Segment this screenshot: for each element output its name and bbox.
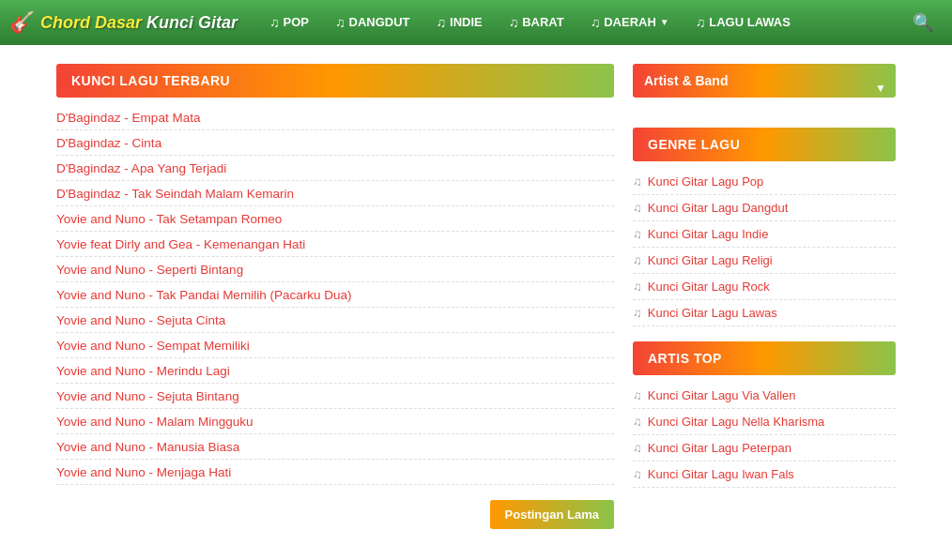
artist-select-wrapper: Artist & BandYovie and NunoD'BagindazVia…: [633, 64, 896, 113]
genre-link[interactable]: Kunci Gitar Lagu Pop: [648, 174, 764, 189]
note-icon: ♫: [633, 388, 642, 402]
note-icon: ♫: [633, 253, 642, 267]
song-link[interactable]: Yovie and Nuno - Tak Pandai Memilih (Pac…: [56, 288, 351, 302]
artist-band-select[interactable]: Artist & BandYovie and NunoD'BagindazVia…: [633, 64, 896, 98]
list-item: D'Bagindaz - Cinta: [56, 130, 614, 156]
nav-barat-label: BARAT: [522, 0, 564, 45]
chevron-down-icon: ▼: [660, 0, 669, 45]
list-item: Yovie and Nuno - Sejuta Cinta: [56, 308, 614, 333]
song-list: D'Bagindaz - Empat MataD'Bagindaz - Cint…: [56, 105, 614, 485]
artis-section: ARTIS TOP ♫Kunci Gitar Lagu Via Vallen♫K…: [633, 341, 896, 488]
left-column: KUNCI LAGU TERBARU D'Bagindaz - Empat Ma…: [56, 64, 614, 529]
list-item: ♫Kunci Gitar Lagu Lawas: [633, 300, 896, 326]
nav-daerah-label: DAERAH: [604, 0, 656, 45]
logo[interactable]: 🎸 Chord Dasar Kunci Gitar: [9, 10, 238, 35]
song-link[interactable]: Yovie and Nuno - Sejuta Cinta: [56, 313, 225, 327]
list-item: Yovie and Nuno - Tak Pandai Memilih (Pac…: [56, 282, 614, 308]
artis-link[interactable]: Kunci Gitar Lagu Iwan Fals: [648, 467, 794, 481]
nav-pop-label: POP: [284, 0, 309, 45]
song-link[interactable]: Yovie and Nuno - Seperti Bintang: [56, 263, 243, 277]
nav-indie-label: INDIE: [450, 0, 483, 45]
pagination: Postingan Lama: [56, 500, 614, 529]
list-item: Yovie feat Dirly and Gea - Kemenangan Ha…: [56, 232, 614, 257]
note-icon: ♫: [696, 0, 706, 45]
list-item: D'Bagindaz - Empat Mata: [56, 105, 614, 130]
note-icon: ♫: [633, 227, 642, 241]
list-item: ♫Kunci Gitar Lagu Religi: [633, 248, 896, 274]
genre-section: GENRE LAGU ♫Kunci Gitar Lagu Pop♫Kunci G…: [633, 128, 896, 326]
logo-text: Chord Dasar Kunci Gitar: [40, 13, 238, 33]
note-icon: ♫: [269, 0, 280, 45]
list-item: Yovie and Nuno - Malam Mingguku: [56, 409, 614, 434]
song-link[interactable]: Yovie and Nuno - Manusia Biasa: [56, 440, 239, 454]
song-link[interactable]: Yovie and Nuno - Sejuta Bintang: [56, 389, 239, 403]
list-item: ♫Kunci Gitar Lagu Iwan Fals: [633, 462, 896, 488]
list-item: D'Bagindaz - Tak Seindah Malam Kemarin: [56, 181, 614, 206]
list-item: Yovie and Nuno - Merindu Lagi: [56, 358, 614, 384]
genre-list: ♫Kunci Gitar Lagu Pop♫Kunci Gitar Lagu D…: [633, 169, 896, 326]
logo-icon: 🎸: [9, 10, 35, 35]
note-icon: ♫: [633, 441, 642, 455]
nav-barat[interactable]: ♫ BARAT: [496, 0, 577, 45]
note-icon: ♫: [591, 0, 601, 45]
genre-link[interactable]: Kunci Gitar Lagu Religi: [648, 253, 773, 267]
list-item: ♫Kunci Gitar Lagu Pop: [633, 169, 896, 195]
older-posts-button[interactable]: Postingan Lama: [490, 500, 614, 529]
note-icon: ♫: [633, 280, 642, 294]
list-item: Yovie and Nuno - Tak Setampan Romeo: [56, 206, 614, 232]
genre-link[interactable]: Kunci Gitar Lagu Lawas: [648, 306, 777, 320]
song-link[interactable]: Yovie and Nuno - Malam Mingguku: [56, 415, 253, 429]
song-link[interactable]: Yovie and Nuno - Menjaga Hati: [56, 465, 231, 479]
genre-section-title: GENRE LAGU: [633, 128, 896, 161]
list-item: ♫Kunci Gitar Lagu Peterpan: [633, 435, 896, 462]
artis-section-title: ARTIS TOP: [633, 341, 896, 375]
song-link[interactable]: Yovie and Nuno - Tak Setampan Romeo: [56, 212, 282, 226]
artis-link[interactable]: Kunci Gitar Lagu Nella Kharisma: [648, 415, 825, 429]
song-link[interactable]: D'Bagindaz - Empat Mata: [56, 111, 200, 125]
note-icon: ♫: [633, 415, 642, 429]
nav-dangdut-label: DANGDUT: [349, 0, 410, 45]
song-link[interactable]: Yovie feat Dirly and Gea - Kemenangan Ha…: [56, 237, 305, 251]
main-nav: ♫ POP ♫ DANGDUT ♫ INDIE ♫ BARAT ♫ DAERAH…: [256, 0, 903, 45]
artis-list: ♫Kunci Gitar Lagu Via Vallen♫Kunci Gitar…: [633, 383, 896, 488]
section-title: KUNCI LAGU TERBARU: [56, 64, 614, 98]
note-icon: ♫: [633, 467, 642, 481]
list-item: Yovie and Nuno - Sejuta Bintang: [56, 384, 614, 409]
search-button[interactable]: 🔍: [903, 0, 943, 45]
nav-lagu-lawas-label: LAGU LAWAS: [709, 0, 791, 45]
list-item: ♫Kunci Gitar Lagu Via Vallen: [633, 383, 896, 409]
song-link[interactable]: D'Bagindaz - Cinta: [56, 136, 161, 150]
genre-link[interactable]: Kunci Gitar Lagu Rock: [648, 280, 770, 294]
list-item: Yovie and Nuno - Manusia Biasa: [56, 434, 614, 460]
note-icon: ♫: [633, 306, 642, 320]
list-item: ♫Kunci Gitar Lagu Nella Kharisma: [633, 409, 896, 435]
genre-link[interactable]: Kunci Gitar Lagu Dangdut: [648, 201, 789, 215]
note-icon: ♫: [335, 0, 345, 45]
header: 🎸 Chord Dasar Kunci Gitar ♫ POP ♫ DANGDU…: [0, 0, 952, 45]
artis-link[interactable]: Kunci Gitar Lagu Peterpan: [648, 441, 791, 455]
genre-link[interactable]: Kunci Gitar Lagu Indie: [648, 227, 769, 241]
artis-link[interactable]: Kunci Gitar Lagu Via Vallen: [648, 388, 796, 402]
list-item: ♫Kunci Gitar Lagu Indie: [633, 221, 896, 248]
list-item: ♫Kunci Gitar Lagu Dangdut: [633, 195, 896, 221]
list-item: Yovie and Nuno - Menjaga Hati: [56, 460, 614, 485]
right-column: Artist & BandYovie and NunoD'BagindazVia…: [633, 64, 896, 529]
note-icon: ♫: [437, 0, 447, 45]
note-icon: ♫: [509, 0, 519, 45]
song-link[interactable]: Yovie and Nuno - Sempat Memiliki: [56, 339, 250, 353]
list-item: Yovie and Nuno - Sempat Memiliki: [56, 333, 614, 358]
nav-daerah[interactable]: ♫ DAERAH ▼: [577, 0, 683, 45]
song-link[interactable]: D'Bagindaz - Apa Yang Terjadi: [56, 161, 226, 175]
list-item: D'Bagindaz - Apa Yang Terjadi: [56, 156, 614, 181]
list-item: ♫Kunci Gitar Lagu Rock: [633, 274, 896, 300]
nav-pop[interactable]: ♫ POP: [256, 0, 322, 45]
note-icon: ♫: [633, 201, 642, 215]
song-link[interactable]: Yovie and Nuno - Merindu Lagi: [56, 364, 230, 378]
nav-dangdut[interactable]: ♫ DANGDUT: [322, 0, 423, 45]
nav-lagu-lawas[interactable]: ♫ LAGU LAWAS: [683, 0, 804, 45]
nav-indie[interactable]: ♫ INDIE: [423, 0, 496, 45]
song-link[interactable]: D'Bagindaz - Tak Seindah Malam Kemarin: [56, 187, 294, 201]
note-icon: ♫: [633, 174, 642, 189]
main-container: KUNCI LAGU TERBARU D'Bagindaz - Empat Ma…: [0, 45, 952, 548]
list-item: Yovie and Nuno - Seperti Bintang: [56, 257, 614, 282]
